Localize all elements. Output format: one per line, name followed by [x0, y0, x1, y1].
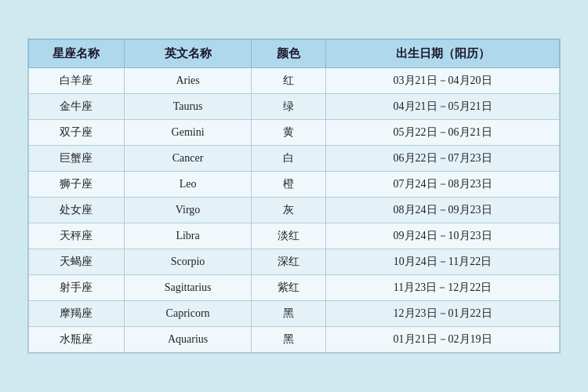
zodiac-table-container: 星座名称 英文名称 颜色 出生日期（阳历） 白羊座Aries红03月21日－04… [27, 38, 561, 354]
cell-english: Cancer [124, 146, 251, 172]
cell-chinese: 白羊座 [29, 68, 125, 94]
cell-english: Aquarius [124, 327, 251, 353]
cell-chinese: 水瓶座 [29, 327, 125, 353]
table-row: 金牛座Taurus绿04月21日－05月21日 [29, 94, 560, 120]
cell-english: Taurus [124, 94, 251, 120]
cell-chinese: 天蝎座 [29, 249, 125, 275]
table-row: 双子座Gemini黄05月22日－06月21日 [29, 120, 560, 146]
cell-dates: 12月23日－01月22日 [326, 301, 560, 327]
table-row: 天蝎座Scorpio深红10月24日－11月22日 [29, 249, 560, 275]
cell-english: Capricorn [124, 301, 251, 327]
table-row: 白羊座Aries红03月21日－04月20日 [29, 68, 560, 94]
cell-color: 白 [252, 146, 326, 172]
cell-dates: 01月21日－02月19日 [326, 327, 560, 353]
cell-dates: 10月24日－11月22日 [326, 249, 560, 275]
cell-dates: 04月21日－05月21日 [326, 94, 560, 120]
cell-english: Sagittarius [124, 275, 251, 301]
cell-color: 灰 [252, 198, 326, 223]
cell-chinese: 巨蟹座 [29, 146, 125, 172]
cell-color: 红 [252, 68, 326, 94]
table-row: 天秤座Libra淡红09月24日－10月23日 [29, 223, 560, 249]
table-row: 摩羯座Capricorn黑12月23日－01月22日 [29, 301, 560, 327]
table-row: 狮子座Leo橙07月24日－08月23日 [29, 172, 560, 198]
cell-color: 黑 [252, 327, 326, 353]
table-body: 白羊座Aries红03月21日－04月20日金牛座Taurus绿04月21日－0… [29, 68, 560, 353]
cell-color: 黄 [252, 120, 326, 146]
header-chinese: 星座名称 [29, 40, 125, 68]
cell-chinese: 金牛座 [29, 94, 125, 120]
table-row: 处女座Virgo灰08月24日－09月23日 [29, 198, 560, 223]
cell-dates: 03月21日－04月20日 [326, 68, 560, 94]
cell-color: 橙 [252, 172, 326, 198]
cell-english: Virgo [124, 198, 251, 223]
cell-dates: 09月24日－10月23日 [326, 223, 560, 249]
cell-chinese: 处女座 [29, 198, 125, 223]
cell-chinese: 双子座 [29, 120, 125, 146]
cell-color: 紫红 [252, 275, 326, 301]
cell-color: 黑 [252, 301, 326, 327]
cell-dates: 08月24日－09月23日 [326, 198, 560, 223]
cell-chinese: 射手座 [29, 275, 125, 301]
table-header-row: 星座名称 英文名称 颜色 出生日期（阳历） [29, 40, 560, 68]
cell-chinese: 摩羯座 [29, 301, 125, 327]
cell-english: Gemini [124, 120, 251, 146]
cell-english: Scorpio [124, 249, 251, 275]
cell-color: 淡红 [252, 223, 326, 249]
zodiac-table: 星座名称 英文名称 颜色 出生日期（阳历） 白羊座Aries红03月21日－04… [28, 39, 560, 353]
cell-english: Libra [124, 223, 251, 249]
table-row: 巨蟹座Cancer白06月22日－07月23日 [29, 146, 560, 172]
header-date: 出生日期（阳历） [326, 40, 560, 68]
cell-chinese: 狮子座 [29, 172, 125, 198]
header-english: 英文名称 [124, 40, 251, 68]
table-row: 射手座Sagittarius紫红11月23日－12月22日 [29, 275, 560, 301]
cell-dates: 11月23日－12月22日 [326, 275, 560, 301]
cell-color: 深红 [252, 249, 326, 275]
cell-english: Aries [124, 68, 251, 94]
header-color: 颜色 [252, 40, 326, 68]
cell-chinese: 天秤座 [29, 223, 125, 249]
table-row: 水瓶座Aquarius黑01月21日－02月19日 [29, 327, 560, 353]
cell-dates: 07月24日－08月23日 [326, 172, 560, 198]
cell-english: Leo [124, 172, 251, 198]
cell-dates: 05月22日－06月21日 [326, 120, 560, 146]
cell-dates: 06月22日－07月23日 [326, 146, 560, 172]
cell-color: 绿 [252, 94, 326, 120]
